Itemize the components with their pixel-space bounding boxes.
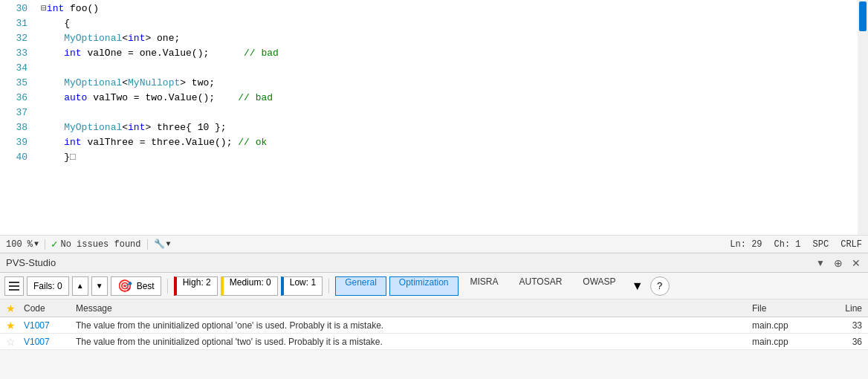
best-button[interactable]: 🎯 Best <box>111 276 161 296</box>
collapse-icon[interactable]: □ <box>70 150 76 165</box>
comment: // ok <box>238 135 267 150</box>
code-line: MyOptional<MyNullopt> two; <box>41 76 858 91</box>
pvs-header-controls: ▼ ⊕ ✕ <box>814 257 862 269</box>
pvs-dropdown-button[interactable]: ▼ <box>814 258 826 268</box>
line-number: 36 <box>0 91 33 106</box>
tools-button[interactable]: 🔧 ▼ <box>154 239 171 250</box>
pvs-table: ★ Code Message File Line ★V1007The value… <box>0 299 868 379</box>
code-line: ⊟int foo() <box>41 1 858 16</box>
line-number: 39 <box>0 135 33 150</box>
line-number: 33 <box>0 46 33 61</box>
keyword: int <box>128 31 145 46</box>
tab-optimization-label: Optimization <box>399 277 449 288</box>
category-misra[interactable]: MISRA <box>461 276 508 296</box>
code-text <box>41 46 64 61</box>
tab-optimization[interactable]: Optimization <box>389 276 459 296</box>
next-button[interactable]: ▼ <box>91 276 108 296</box>
table-row[interactable]: ☆V1007The value from the uninitialized o… <box>0 334 868 350</box>
collapse-icon[interactable]: ⊟ <box>41 1 47 16</box>
comment: // bad <box>238 91 273 106</box>
code-line <box>41 106 858 120</box>
line-ending-text: CRLF <box>841 239 862 250</box>
line-number: 35 <box>0 76 33 91</box>
table-body: ★V1007The value from the uninitialized o… <box>0 317 868 350</box>
hamburger-line-1 <box>9 282 19 283</box>
code-text: valOne = one.Value(); <box>82 46 244 61</box>
keyword: int <box>64 135 81 150</box>
row-message: The value from the uninitialized optiona… <box>73 337 749 347</box>
best-label: Best <box>137 281 155 291</box>
type-name: MyNullopt <box>128 76 180 91</box>
code-text: > three{ 10 }; <box>145 120 226 135</box>
row-file: main.cpp <box>749 337 823 347</box>
line-number: 34 <box>0 61 33 76</box>
row-star-icon[interactable]: ★ <box>0 320 21 331</box>
pvs-pin-button[interactable]: ⊕ <box>832 257 844 269</box>
line-number: 30 <box>0 1 33 16</box>
hamburger-line-2 <box>9 285 19 287</box>
header-code: Code <box>21 303 73 314</box>
row-star-icon[interactable]: ☆ <box>0 336 21 348</box>
zoom-control[interactable]: 100 % ▼ <box>6 239 39 250</box>
row-code[interactable]: V1007 <box>21 320 73 331</box>
category-owasp-label: OWASP <box>583 276 615 287</box>
filter-button[interactable]: ▼ <box>628 276 647 296</box>
encoding-text: SPC <box>813 239 829 250</box>
target-icon: 🎯 <box>117 279 132 293</box>
prev-button[interactable]: ▲ <box>72 276 88 296</box>
pvs-panel: PVS-Studio ▼ ⊕ ✕ Fails: 0 ▲ ▼ 🎯 Best Hig… <box>0 253 868 379</box>
code-line: { <box>41 16 858 31</box>
fails-button[interactable]: Fails: 0 <box>27 276 69 296</box>
vertical-scrollbar[interactable] <box>858 0 868 235</box>
low-button[interactable]: Low: 1 <box>281 276 323 296</box>
code-text <box>41 120 64 135</box>
category-autosar[interactable]: AUTOSAR <box>511 276 571 296</box>
code-text: < <box>122 76 128 91</box>
type-name: MyOptional <box>64 120 122 135</box>
category-autosar-label: AUTOSAR <box>519 276 563 287</box>
header-star: ★ <box>0 302 21 314</box>
medium-button[interactable]: Medium: 0 <box>221 276 278 296</box>
hamburger-line-3 <box>9 289 19 291</box>
header-line: Line <box>823 303 868 314</box>
keyword: int <box>128 120 145 135</box>
line-number: 37 <box>0 106 33 120</box>
status-bar: 100 % ▼ ✓ No issues found 🔧 ▼ Ln: 29 Ch:… <box>0 235 868 253</box>
wrench-icon: 🔧 <box>154 239 165 250</box>
tab-general[interactable]: General <box>335 276 386 296</box>
code-text <box>41 31 64 46</box>
low-label: Low: 1 <box>290 277 316 288</box>
type-name: MyOptional <box>64 31 122 46</box>
high-button[interactable]: High: 2 <box>174 276 218 296</box>
help-button[interactable]: ? <box>650 276 670 296</box>
menu-button[interactable] <box>4 276 24 296</box>
header-file: File <box>749 303 823 314</box>
category-owasp[interactable]: OWASP <box>574 276 624 296</box>
table-header: ★ Code Message File Line <box>0 299 868 317</box>
scrollbar-thumb[interactable] <box>859 1 867 31</box>
row-code[interactable]: V1007 <box>21 337 73 347</box>
category-misra-label: MISRA <box>470 276 499 287</box>
code-lines: ⊟int foo() { MyOptional<int> one; int va… <box>41 0 858 235</box>
zoom-dropdown-icon[interactable]: ▼ <box>34 240 39 248</box>
line-numbers: 3031323334353637383940 <box>0 0 41 235</box>
line-number: 38 <box>0 120 33 135</box>
keyword: int <box>47 1 64 16</box>
keyword: auto <box>64 91 87 106</box>
tools-dropdown-icon: ▼ <box>166 240 171 248</box>
medium-label: Medium: 0 <box>230 277 271 288</box>
column-text: Ch: 1 <box>774 239 801 250</box>
code-text: < <box>122 120 128 135</box>
code-line: MyOptional<int> three{ 10 }; <box>41 120 858 135</box>
row-file: main.cpp <box>749 320 823 331</box>
pvs-close-button[interactable]: ✕ <box>850 257 862 269</box>
editor-area: 3031323334353637383940 ⊟int foo() { MyOp… <box>0 0 868 235</box>
check-icon: ✓ <box>51 238 57 250</box>
table-row[interactable]: ★V1007The value from the uninitialized o… <box>0 317 868 334</box>
row-line: 36 <box>823 337 868 347</box>
code-line <box>41 61 858 76</box>
code-line: MyOptional<int> one; <box>41 31 858 46</box>
code-line: int valThree = three.Value(); // ok <box>41 135 858 150</box>
type-name: MyOptional <box>64 76 122 91</box>
tab-general-label: General <box>345 277 377 288</box>
